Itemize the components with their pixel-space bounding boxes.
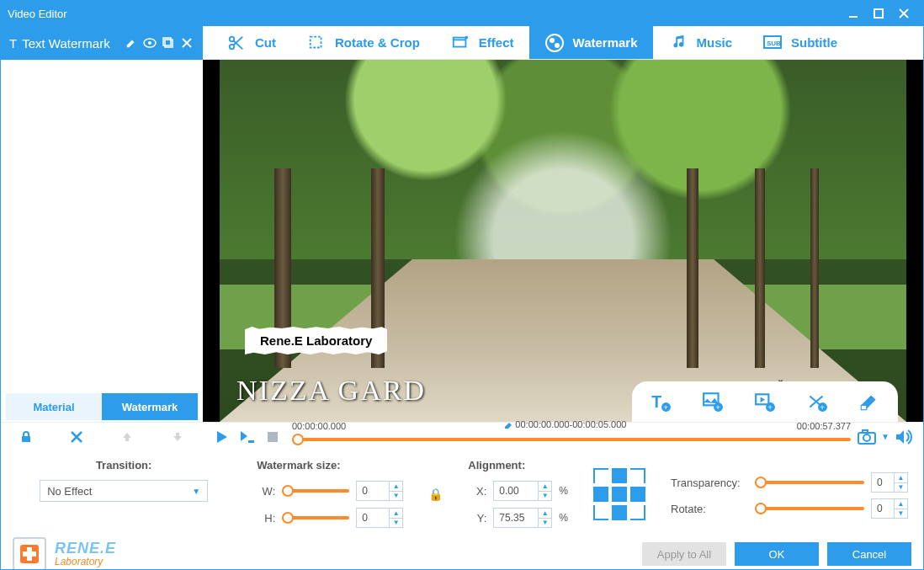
side-tab-watermark[interactable]: Watermark [102, 393, 198, 420]
time-end: 00:00:57.377 [797, 421, 851, 431]
watermark-overlay[interactable]: Rene.E Laboratory [245, 327, 387, 354]
delete-icon[interactable] [179, 35, 194, 51]
align-tc[interactable] [612, 468, 627, 483]
width-slider[interactable] [282, 489, 349, 493]
remove-button[interactable] [65, 425, 88, 449]
transparency-input[interactable]: 0▲▼ [871, 472, 908, 493]
stop-button[interactable] [263, 428, 282, 446]
align-mr[interactable] [630, 487, 645, 502]
copy-icon[interactable] [161, 35, 176, 51]
tab-watermark[interactable]: Watermark [529, 26, 653, 59]
step-button[interactable] [238, 428, 257, 446]
add-text-watermark-button[interactable]: T+ [649, 390, 672, 413]
timeline[interactable]: 00:00:00.000 00:00:00.000-00:00:05.000 0… [292, 426, 851, 448]
volume-button[interactable] [895, 428, 913, 446]
svg-rect-38 [125, 437, 129, 441]
brand: RENE.E Laboratory [13, 537, 116, 570]
eye-icon[interactable] [142, 35, 157, 51]
svg-rect-35 [22, 436, 30, 442]
tab-rotate-crop[interactable]: Rotate & Crop [291, 26, 435, 59]
add-video-watermark-button[interactable]: + [753, 390, 777, 413]
svg-rect-47 [23, 551, 36, 557]
footer: RENE.E Laboratory Apply to All OK Cancel [1, 534, 923, 570]
title-bar: Video Editor [1, 1, 923, 26]
lock-button[interactable] [14, 425, 38, 449]
svg-rect-40 [248, 440, 254, 443]
transition-select[interactable]: No Effect ▼ [40, 480, 208, 502]
toolbar: T Text Watermark Cut Rotate & Crop Effec… [1, 26, 923, 60]
align-br[interactable] [630, 505, 645, 520]
side-header: T Text Watermark [1, 26, 203, 60]
tab-cut[interactable]: Cut [211, 26, 291, 59]
rotate-input[interactable]: 0▲▼ [871, 498, 908, 519]
svg-text:+: + [715, 402, 720, 412]
close-button[interactable] [891, 1, 916, 26]
video-preview[interactable]: Rene.E Laboratory NIZZA GARD ⌄ T+ + + + [203, 60, 923, 422]
watermark-icon [544, 33, 565, 53]
svg-point-20 [555, 43, 560, 48]
svg-rect-44 [863, 430, 868, 433]
align-bl[interactable] [593, 505, 608, 520]
dropdown-caret-icon[interactable]: ▼ [881, 432, 889, 441]
main-tabs: Cut Rotate & Crop Effect Watermark Music… [203, 26, 923, 60]
width-input[interactable]: 0▲▼ [356, 481, 403, 501]
crop-icon [306, 33, 327, 53]
brand-icon [13, 537, 46, 570]
tab-effect[interactable]: Effect [435, 26, 529, 59]
playback-controls [210, 428, 285, 446]
align-tr[interactable] [630, 468, 645, 483]
chevron-down-icon: ▼ [192, 487, 200, 496]
add-image-watermark-button[interactable]: + [701, 390, 725, 413]
maximize-button[interactable] [866, 1, 891, 26]
alignment-grid[interactable] [593, 468, 645, 520]
play-button[interactable] [213, 428, 231, 446]
lock-ratio-icon[interactable]: 🔒 [428, 459, 443, 529]
svg-point-5 [148, 41, 151, 45]
ok-button[interactable]: OK [735, 542, 819, 566]
edit-icon[interactable] [124, 35, 139, 51]
align-bc[interactable] [612, 505, 627, 520]
effect-icon [450, 33, 470, 53]
cancel-button[interactable]: Cancel [827, 542, 911, 566]
align-tl[interactable] [593, 468, 608, 483]
svg-rect-41 [268, 432, 278, 442]
align-mc[interactable] [612, 487, 627, 502]
time-start: 00:00:00.000 [292, 421, 346, 431]
alignment-label: Alignment: [468, 459, 568, 471]
tab-music[interactable]: Music [653, 26, 748, 59]
transparency-slider[interactable] [755, 481, 864, 484]
svg-point-43 [863, 434, 870, 441]
move-down-button[interactable] [166, 425, 189, 449]
y-input[interactable]: 75.35▲▼ [493, 508, 552, 528]
rotate-slider[interactable] [755, 507, 864, 510]
svg-rect-34 [861, 405, 867, 409]
svg-rect-15 [454, 37, 466, 46]
subtitle-icon: SUB [762, 33, 783, 53]
minimize-button[interactable] [841, 1, 866, 26]
svg-point-17 [465, 36, 467, 38]
svg-text:+: + [767, 402, 773, 412]
align-ml[interactable] [593, 487, 608, 502]
svg-point-19 [550, 38, 555, 43]
move-up-button[interactable] [115, 425, 139, 449]
height-input[interactable]: 0▲▼ [356, 508, 403, 528]
time-range-marker: 00:00:00.000-00:00:05.000 [504, 419, 626, 429]
list-controls [1, 422, 203, 452]
tab-subtitle[interactable]: SUB Subtitle [747, 26, 852, 59]
music-icon [668, 33, 688, 53]
height-slider[interactable] [282, 516, 349, 519]
transition-label: Transition: [96, 459, 151, 471]
x-input[interactable]: 0.00▲▼ [493, 481, 552, 501]
brand-title: RENE.E [55, 541, 116, 557]
controls-panel: Transition: No Effect ▼ Watermark size: … [1, 450, 923, 534]
svg-rect-14 [311, 36, 321, 47]
video-caption: NIZZA GARD [236, 375, 426, 407]
side-tab-material[interactable]: Material [6, 393, 102, 420]
remove-watermark-button[interactable]: + [805, 390, 829, 413]
watermark-toolbar: T+ + + + [632, 381, 898, 422]
transparency-label: Transparency: [671, 477, 748, 489]
apply-to-all-button[interactable]: Apply to All [642, 542, 726, 566]
snapshot-button[interactable] [858, 428, 876, 446]
delete-watermark-portion-button[interactable] [858, 390, 881, 413]
svg-rect-39 [176, 433, 179, 437]
